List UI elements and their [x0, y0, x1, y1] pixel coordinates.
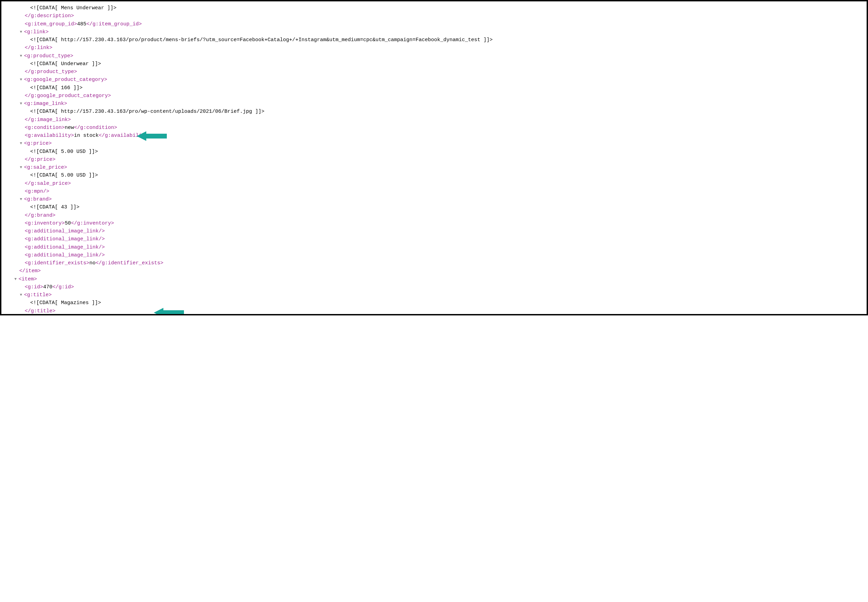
item-close: </item> — [19, 268, 41, 274]
title-close: </g:title> — [24, 308, 55, 314]
disclosure-triangle-icon[interactable]: ▼ — [20, 77, 24, 83]
inventory-open: <g:inventory> — [24, 220, 65, 226]
item-group-id-open: <g:item_group_id> — [24, 21, 77, 27]
disclosure-triangle-icon[interactable]: ▼ — [20, 141, 24, 146]
identifier-exists-open: <g:identifier_exists> — [24, 260, 89, 266]
sale-price-open: <g:sale_price> — [24, 164, 67, 170]
additional-image-link: <g:additional_image_link/> — [24, 228, 105, 234]
identifier-exists-close: </g:identifier_exists> — [96, 260, 164, 266]
google-category-close: </g:google_product_category> — [24, 93, 111, 99]
id-open: <g:id> — [24, 284, 43, 290]
availability-value: in stock — [74, 133, 99, 138]
cdata-text: <![CDATA[ Underwear ]]> — [30, 61, 101, 67]
image-link-open: <g:image_link> — [24, 101, 67, 107]
cdata-text: <![CDATA[ Magazines ]]> — [30, 300, 101, 306]
cdata-text: <![CDATA[ http://157.230.43.163/pro/prod… — [30, 37, 493, 43]
link-open: <g:link> — [24, 29, 49, 35]
id-close: </g:id> — [52, 284, 74, 290]
item-open: <item> — [18, 276, 37, 282]
sale-price-close: </g:sale_price> — [24, 181, 71, 186]
product-type-open: <g:product_type> — [24, 53, 73, 59]
item-group-id-value: 485 — [77, 21, 86, 27]
disclosure-triangle-icon[interactable]: ▼ — [14, 276, 18, 282]
brand-close: </g:brand> — [24, 213, 55, 218]
disclosure-triangle-icon[interactable]: ▼ — [20, 29, 24, 35]
mpn-tag: <g:mpn/> — [24, 189, 49, 194]
condition-open: <g:condition> — [24, 125, 65, 131]
condition-close: </g:condition> — [74, 125, 117, 131]
title-open: <g:title> — [24, 292, 52, 298]
id-value: 470 — [43, 284, 52, 290]
brand-open: <g:brand> — [24, 197, 52, 202]
condition-value: new — [65, 125, 74, 131]
cdata-text: <![CDATA[ 166 ]]> — [30, 85, 83, 91]
image-link-close: </g:image_link> — [24, 117, 71, 123]
google-category-open: <g:google_product_category> — [24, 77, 107, 83]
additional-image-link: <g:additional_image_link/> — [24, 236, 105, 242]
availability-close: </g:availability> — [99, 133, 151, 138]
disclosure-triangle-icon[interactable]: ▼ — [20, 292, 24, 298]
disclosure-triangle-icon[interactable]: ▼ — [20, 53, 24, 59]
inventory-close: </g:inventory> — [71, 220, 114, 226]
cdata-text: <![CDATA[ Mens Underwear ]]> — [30, 5, 116, 11]
cdata-text: <![CDATA[ 5.00 USD ]]> — [30, 172, 98, 178]
disclosure-triangle-icon[interactable]: ▼ — [20, 101, 24, 107]
price-close: </g:price> — [24, 157, 55, 163]
disclosure-triangle-icon[interactable]: ▼ — [20, 164, 24, 170]
disclosure-triangle-icon[interactable]: ▼ — [20, 197, 24, 202]
additional-image-link: <g:additional_image_link/> — [24, 252, 105, 258]
availability-open: <g:availability> — [24, 133, 74, 138]
item-group-id-close: </g:item_group_id> — [86, 21, 142, 27]
price-open: <g:price> — [24, 141, 52, 146]
identifier-exists-value: no — [89, 260, 96, 266]
product-type-close: </g:product_type> — [24, 69, 77, 75]
link-close: </g:link> — [24, 45, 52, 51]
description-close: </g:description> — [24, 13, 74, 19]
cdata-text: <![CDATA[ http://157.230.43.163/pro/wp-c… — [30, 109, 265, 115]
cdata-text: <![CDATA[ 43 ]]> — [30, 204, 80, 210]
cdata-text: <![CDATA[ 5.00 USD ]]> — [30, 149, 98, 155]
additional-image-link: <g:additional_image_link/> — [24, 244, 105, 250]
xml-viewer: <![CDATA[ Mens Underwear ]]> </g:descrip… — [0, 0, 868, 315]
inventory-value: 50 — [65, 220, 71, 226]
